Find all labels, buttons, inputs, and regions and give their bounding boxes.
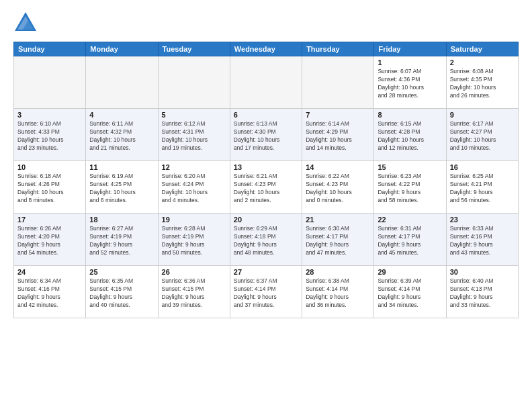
calendar-cell: 13Sunrise: 6:21 AM Sunset: 4:23 PM Dayli… [230, 161, 302, 214]
day-number: 1 [378, 58, 442, 66]
calendar-cell: 28Sunrise: 6:38 AM Sunset: 4:14 PM Dayli… [302, 266, 374, 318]
day-number: 22 [378, 216, 442, 224]
day-number: 28 [306, 268, 370, 276]
day-number: 13 [234, 163, 298, 171]
day-info: Sunrise: 6:12 AM Sunset: 4:31 PM Dayligh… [162, 120, 226, 152]
day-number: 30 [450, 268, 515, 276]
calendar-cell: 1Sunrise: 6:07 AM Sunset: 4:36 PM Daylig… [374, 56, 446, 109]
calendar-cell: 10Sunrise: 6:18 AM Sunset: 4:26 PM Dayli… [14, 161, 86, 214]
day-info: Sunrise: 6:31 AM Sunset: 4:17 PM Dayligh… [378, 225, 442, 257]
day-number: 26 [162, 268, 226, 276]
day-number: 18 [89, 216, 154, 224]
calendar-header: SundayMondayTuesdayWednesdayThursdayFrid… [14, 42, 519, 56]
calendar-cell: 9Sunrise: 6:17 AM Sunset: 4:27 PM Daylig… [446, 109, 518, 161]
weekday-header-sunday: Sunday [14, 42, 86, 56]
day-number: 17 [17, 216, 82, 224]
day-number: 3 [17, 111, 82, 119]
day-number: 4 [89, 111, 154, 119]
calendar-cell: 11Sunrise: 6:19 AM Sunset: 4:25 PM Dayli… [86, 161, 158, 214]
day-info: Sunrise: 6:34 AM Sunset: 4:16 PM Dayligh… [17, 277, 82, 310]
calendar-cell: 17Sunrise: 6:26 AM Sunset: 4:20 PM Dayli… [14, 214, 86, 266]
calendar-table: SundayMondayTuesdayWednesdayThursdayFrid… [13, 42, 519, 318]
calendar-cell: 8Sunrise: 6:15 AM Sunset: 4:28 PM Daylig… [374, 109, 446, 161]
calendar-cell: 3Sunrise: 6:10 AM Sunset: 4:33 PM Daylig… [14, 109, 86, 161]
day-number: 25 [89, 268, 154, 276]
calendar-cell: 24Sunrise: 6:34 AM Sunset: 4:16 PM Dayli… [14, 266, 86, 318]
day-number: 11 [89, 163, 154, 171]
day-info: Sunrise: 6:10 AM Sunset: 4:33 PM Dayligh… [17, 120, 82, 152]
day-info: Sunrise: 6:28 AM Sunset: 4:19 PM Dayligh… [162, 225, 226, 257]
day-info: Sunrise: 6:36 AM Sunset: 4:15 PM Dayligh… [162, 277, 226, 310]
weekday-header-monday: Monday [86, 42, 158, 56]
weekday-header-tuesday: Tuesday [158, 42, 230, 56]
calendar-week-2: 3Sunrise: 6:10 AM Sunset: 4:33 PM Daylig… [14, 109, 519, 161]
calendar-cell: 14Sunrise: 6:22 AM Sunset: 4:23 PM Dayli… [302, 161, 374, 214]
day-number: 24 [17, 268, 82, 276]
calendar-cell: 26Sunrise: 6:36 AM Sunset: 4:15 PM Dayli… [158, 266, 230, 318]
weekday-header-saturday: Saturday [446, 42, 518, 56]
day-number: 2 [450, 58, 515, 66]
logo-icon [13, 11, 38, 35]
day-info: Sunrise: 6:18 AM Sunset: 4:26 PM Dayligh… [17, 173, 82, 205]
day-info: Sunrise: 6:26 AM Sunset: 4:20 PM Dayligh… [17, 225, 82, 257]
calendar-cell: 2Sunrise: 6:08 AM Sunset: 4:35 PM Daylig… [446, 56, 518, 109]
calendar-cell: 30Sunrise: 6:40 AM Sunset: 4:13 PM Dayli… [446, 266, 518, 318]
day-number: 27 [234, 268, 298, 276]
calendar-week-1: 1Sunrise: 6:07 AM Sunset: 4:36 PM Daylig… [14, 56, 519, 109]
weekday-header-wednesday: Wednesday [230, 42, 302, 56]
day-info: Sunrise: 6:07 AM Sunset: 4:36 PM Dayligh… [378, 68, 442, 100]
day-info: Sunrise: 6:11 AM Sunset: 4:32 PM Dayligh… [89, 120, 154, 152]
day-info: Sunrise: 6:30 AM Sunset: 4:17 PM Dayligh… [306, 225, 370, 257]
calendar-cell: 6Sunrise: 6:13 AM Sunset: 4:30 PM Daylig… [230, 109, 302, 161]
day-info: Sunrise: 6:20 AM Sunset: 4:24 PM Dayligh… [162, 173, 226, 205]
day-number: 14 [306, 163, 370, 171]
weekday-header-row: SundayMondayTuesdayWednesdayThursdayFrid… [14, 42, 519, 56]
calendar-week-3: 10Sunrise: 6:18 AM Sunset: 4:26 PM Dayli… [14, 161, 519, 214]
calendar-cell: 20Sunrise: 6:29 AM Sunset: 4:18 PM Dayli… [230, 214, 302, 266]
day-number: 21 [306, 216, 370, 224]
day-info: Sunrise: 6:25 AM Sunset: 4:21 PM Dayligh… [450, 173, 515, 205]
day-info: Sunrise: 6:17 AM Sunset: 4:27 PM Dayligh… [450, 120, 515, 152]
calendar-cell [14, 56, 86, 109]
calendar-cell [302, 56, 374, 109]
calendar-cell: 22Sunrise: 6:31 AM Sunset: 4:17 PM Dayli… [374, 214, 446, 266]
day-number: 6 [234, 111, 298, 119]
day-number: 16 [450, 163, 515, 171]
calendar-cell: 4Sunrise: 6:11 AM Sunset: 4:32 PM Daylig… [86, 109, 158, 161]
calendar-cell: 29Sunrise: 6:39 AM Sunset: 4:14 PM Dayli… [374, 266, 446, 318]
calendar-cell: 15Sunrise: 6:23 AM Sunset: 4:22 PM Dayli… [374, 161, 446, 214]
calendar-cell: 5Sunrise: 6:12 AM Sunset: 4:31 PM Daylig… [158, 109, 230, 161]
day-info: Sunrise: 6:08 AM Sunset: 4:35 PM Dayligh… [450, 68, 515, 100]
day-number: 5 [162, 111, 226, 119]
day-number: 7 [306, 111, 370, 119]
day-number: 20 [234, 216, 298, 224]
weekday-header-friday: Friday [374, 42, 446, 56]
page: SundayMondayTuesdayWednesdayThursdayFrid… [0, 0, 532, 411]
day-info: Sunrise: 6:21 AM Sunset: 4:23 PM Dayligh… [234, 173, 298, 205]
day-number: 8 [378, 111, 442, 119]
day-info: Sunrise: 6:35 AM Sunset: 4:15 PM Dayligh… [89, 277, 154, 310]
day-info: Sunrise: 6:22 AM Sunset: 4:23 PM Dayligh… [306, 173, 370, 205]
calendar-cell: 7Sunrise: 6:14 AM Sunset: 4:29 PM Daylig… [302, 109, 374, 161]
day-info: Sunrise: 6:40 AM Sunset: 4:13 PM Dayligh… [450, 277, 515, 310]
calendar-cell [86, 56, 158, 109]
day-info: Sunrise: 6:33 AM Sunset: 4:16 PM Dayligh… [450, 225, 515, 257]
day-info: Sunrise: 6:14 AM Sunset: 4:29 PM Dayligh… [306, 120, 370, 152]
calendar-cell: 19Sunrise: 6:28 AM Sunset: 4:19 PM Dayli… [158, 214, 230, 266]
day-number: 23 [450, 216, 515, 224]
day-number: 10 [17, 163, 82, 171]
calendar-cell: 23Sunrise: 6:33 AM Sunset: 4:16 PM Dayli… [446, 214, 518, 266]
day-number: 19 [162, 216, 226, 224]
calendar-week-4: 17Sunrise: 6:26 AM Sunset: 4:20 PM Dayli… [14, 214, 519, 266]
day-info: Sunrise: 6:37 AM Sunset: 4:14 PM Dayligh… [234, 277, 298, 310]
day-info: Sunrise: 6:19 AM Sunset: 4:25 PM Dayligh… [89, 173, 154, 205]
day-number: 9 [450, 111, 515, 119]
day-info: Sunrise: 6:13 AM Sunset: 4:30 PM Dayligh… [234, 120, 298, 152]
day-number: 29 [378, 268, 442, 276]
logo [13, 11, 40, 35]
day-info: Sunrise: 6:39 AM Sunset: 4:14 PM Dayligh… [378, 277, 442, 310]
day-info: Sunrise: 6:23 AM Sunset: 4:22 PM Dayligh… [378, 173, 442, 205]
day-info: Sunrise: 6:38 AM Sunset: 4:14 PM Dayligh… [306, 277, 370, 310]
day-info: Sunrise: 6:27 AM Sunset: 4:19 PM Dayligh… [89, 225, 154, 257]
calendar-body: 1Sunrise: 6:07 AM Sunset: 4:36 PM Daylig… [14, 56, 519, 318]
